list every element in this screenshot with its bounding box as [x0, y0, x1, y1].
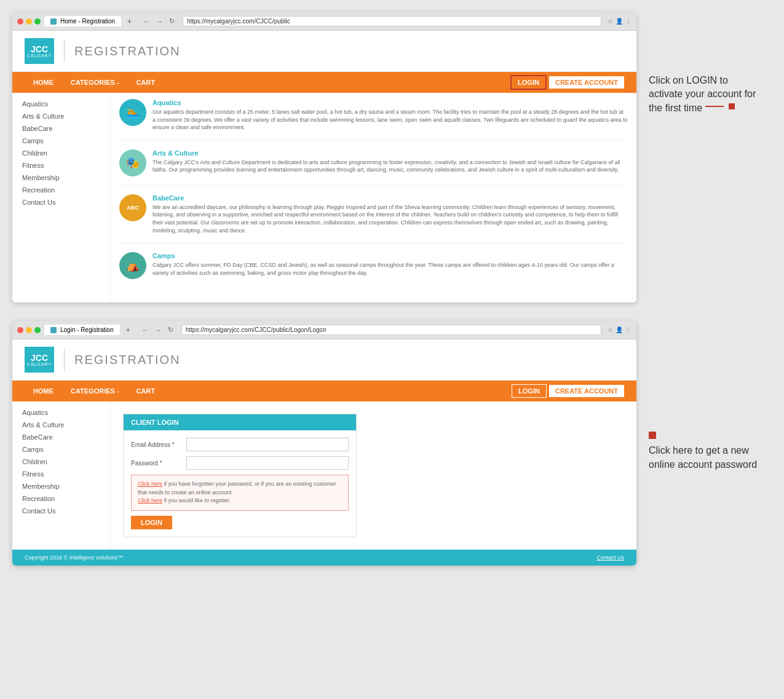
- account-icon-1[interactable]: 👤: [616, 18, 623, 25]
- nav-cart-1[interactable]: CART: [128, 72, 164, 93]
- reload-btn-2[interactable]: ↻: [166, 325, 175, 334]
- email-row: Email Address *: [131, 438, 349, 451]
- category-name-arts[interactable]: Arts & Culture: [152, 149, 628, 157]
- annotation-arrow-2: [649, 432, 772, 439]
- login-panel-area: CLIENT LOGIN Email Address * Password *: [111, 401, 636, 550]
- sidebar-fitness-2[interactable]: Fitness: [12, 468, 110, 480]
- password-label: Password *: [131, 460, 186, 467]
- sidebar-recreation-2[interactable]: Recreation: [12, 492, 110, 505]
- first-screenshot-row: Home - Registration + ← → ↻ https://myca…: [12, 12, 772, 302]
- tab-favicon-1: [50, 18, 57, 25]
- sidebar-aquatics-2[interactable]: Aquatics: [12, 406, 110, 419]
- login-submit-button[interactable]: LOGIN: [131, 516, 172, 529]
- url-bar-2[interactable]: https://mycalgaryjcc.com/CJCC/public/Log…: [181, 325, 601, 335]
- logo-box-2: JCC CALGARY: [25, 347, 54, 373]
- browser-dots-1: [17, 18, 41, 25]
- menu-icon-2[interactable]: ⋮: [625, 326, 632, 333]
- category-icon-babe: ABC: [119, 194, 146, 221]
- star-icon-1[interactable]: ☆: [608, 18, 613, 25]
- url-bar-1[interactable]: https://mycalgaryjcc.com/CJCC/public: [183, 16, 601, 26]
- sidebar-fitness-1[interactable]: Fitness: [12, 159, 110, 172]
- register-text: if you would like to register.: [164, 497, 231, 504]
- logo-jcc-2: JCC: [31, 353, 48, 362]
- site-footer-2: Copyright 2018 © Intelligenz solutions™ …: [12, 550, 636, 566]
- forward-btn-1[interactable]: →: [154, 17, 165, 26]
- nav-create-account-2[interactable]: CREATE ACCOUNT: [549, 385, 624, 397]
- reload-btn-1[interactable]: ↻: [167, 17, 176, 26]
- footer-contact[interactable]: Contact Us: [596, 555, 624, 561]
- annotation-1: Click on LOGIN to activate your account …: [649, 12, 772, 115]
- nav-login-2[interactable]: LOGIN: [512, 384, 547, 398]
- nav-home-1[interactable]: HOME: [25, 72, 62, 93]
- sidebar-children-2[interactable]: Children: [12, 456, 110, 468]
- back-btn-2[interactable]: ←: [140, 326, 151, 334]
- login-panel-header: CLIENT LOGIN: [124, 414, 356, 430]
- browser-tab-2[interactable]: Login - Registration: [44, 325, 120, 335]
- forward-btn-2[interactable]: →: [153, 326, 164, 334]
- nav-create-account-1[interactable]: CREATE ACCOUNT: [549, 76, 624, 89]
- page-wrapper: Home - Registration + ← → ↻ https://myca…: [0, 0, 784, 578]
- click-here-link-2[interactable]: Click here: [138, 497, 162, 504]
- forgot-text: if you have forgotten your password, or …: [138, 481, 336, 496]
- arrow-line-1: [705, 106, 724, 107]
- email-label: Email Address *: [131, 441, 186, 448]
- back-btn-1[interactable]: ←: [141, 17, 152, 26]
- category-name-aquatics[interactable]: Aquatics: [152, 99, 628, 106]
- category-icon-aquatics: 🏊: [119, 99, 146, 126]
- arrow-dot-1: [729, 103, 735, 109]
- browser-tab-1[interactable]: Home - Registration: [44, 16, 121, 26]
- nav-login-1[interactable]: LOGIN: [510, 75, 547, 90]
- logo-title-1: REGISTRATION: [74, 44, 181, 58]
- sidebar-babecare-1[interactable]: BabeCare: [12, 122, 110, 135]
- logo-title-2: REGISTRATION: [74, 353, 181, 367]
- sidebar-recreation-1[interactable]: Recreation: [12, 184, 110, 196]
- sidebar-contact-2[interactable]: Contact Us: [12, 505, 110, 517]
- email-input[interactable]: [186, 438, 349, 451]
- tab-favicon-2: [50, 327, 57, 333]
- sidebar-camps-1[interactable]: Camps: [12, 135, 110, 147]
- sidebar-membership-2[interactable]: Membership: [12, 480, 110, 492]
- sidebar-babecare-2[interactable]: BabeCare: [12, 431, 110, 443]
- site-content-2: JCC CALGARY REGISTRATION HOME CATEGORIES…: [12, 339, 636, 566]
- nav-cart-2[interactable]: CART: [128, 381, 164, 401]
- sidebar-arts-1[interactable]: Arts & Culture: [12, 110, 110, 122]
- category-name-camps[interactable]: Camps: [152, 252, 628, 259]
- sidebar-2: Aquatics Arts & Culture BabeCare Camps C…: [12, 401, 111, 550]
- sidebar-camps-2[interactable]: Camps: [12, 443, 110, 456]
- menu-icon-1[interactable]: ⋮: [625, 18, 632, 25]
- nav-categories-1[interactable]: CATEGORIES -: [62, 72, 128, 93]
- new-tab-btn-1[interactable]: +: [125, 17, 134, 26]
- category-name-babe[interactable]: BabeCare: [152, 194, 628, 202]
- category-desc-camps: Calgary JCC offers summer, PD Day (CBE, …: [152, 261, 628, 277]
- click-here-link-1[interactable]: Click here: [138, 481, 162, 487]
- nav-categories-2[interactable]: CATEGORIES -: [62, 381, 128, 401]
- logo-divider-1: [64, 40, 65, 62]
- browser-window-1: Home - Registration + ← → ↻ https://myca…: [12, 12, 636, 302]
- dot-green-2: [34, 327, 41, 333]
- browser-actions-1: ☆ 👤 ⋮: [608, 18, 632, 25]
- tab-title-2: Login - Registration: [60, 326, 114, 333]
- category-text-aquatics: Aquatics Our aquatics department consist…: [152, 99, 628, 132]
- sidebar-children-1[interactable]: Children: [12, 147, 110, 159]
- sidebar-arts-2[interactable]: Arts & Culture: [12, 419, 110, 431]
- sidebar-contact-1[interactable]: Contact Us: [12, 196, 110, 208]
- browser-nav-2: ← → ↻: [140, 325, 175, 334]
- password-input[interactable]: [186, 456, 349, 470]
- site-content-1: JCC CALGARY REGISTRATION HOME CATEGORIES…: [12, 31, 636, 302]
- second-screenshot-row: Login - Registration + ← → ↻ https://myc…: [12, 321, 772, 566]
- category-text-babe: BabeCare We are an accredited daycare, o…: [152, 194, 628, 234]
- category-item-arts: 🎭 Arts & Culture The Calgary JCC's Arts …: [119, 149, 628, 186]
- site-header-1: JCC CALGARY REGISTRATION: [12, 31, 636, 72]
- tab-title-1: Home - Registration: [60, 18, 115, 25]
- sidebar-membership-1[interactable]: Membership: [12, 172, 110, 184]
- sidebar-aquatics-1[interactable]: Aquatics: [12, 98, 110, 110]
- content-area-2: Aquatics Arts & Culture BabeCare Camps C…: [12, 401, 636, 550]
- category-desc-arts: The Calgary JCC's Arts and Culture Depar…: [152, 159, 628, 174]
- new-tab-btn-2[interactable]: +: [124, 326, 133, 334]
- star-icon-2[interactable]: ☆: [608, 326, 613, 333]
- nav-home-2[interactable]: HOME: [25, 381, 62, 401]
- categories-area-1: 🏊 Aquatics Our aquatics department consi…: [111, 93, 636, 302]
- account-icon-2[interactable]: 👤: [616, 326, 623, 333]
- dot-yellow-1: [26, 18, 32, 25]
- logo-jcc-1: JCC: [31, 45, 48, 53]
